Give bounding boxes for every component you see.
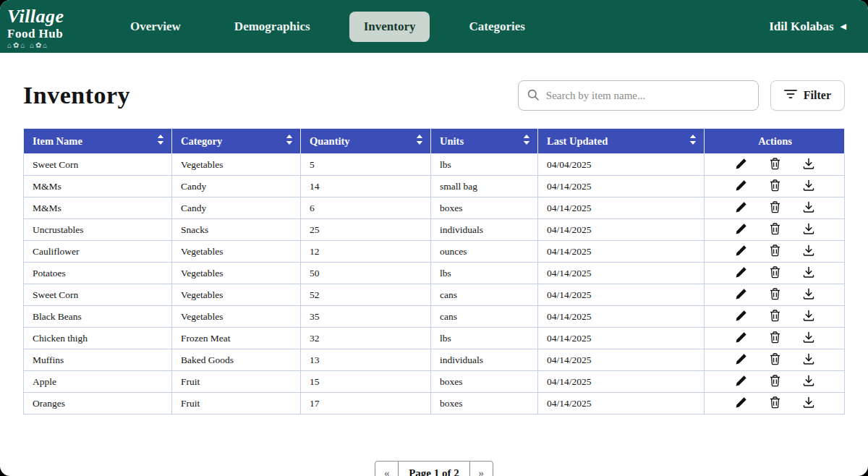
cell-actions <box>705 154 845 176</box>
cell-item: Muffins <box>24 349 172 371</box>
cell-category: Candy <box>172 197 301 219</box>
download-button[interactable] <box>801 373 816 390</box>
pagination-next-button[interactable]: » <box>469 461 493 476</box>
edit-button[interactable] <box>733 178 749 195</box>
nav-item-overview[interactable]: Overview <box>116 12 195 42</box>
download-button[interactable] <box>801 330 816 347</box>
column-header-quantity[interactable]: Quantity <box>301 129 431 154</box>
cell-quantity: 12 <box>301 241 431 263</box>
delete-button[interactable] <box>768 352 782 369</box>
download-button[interactable] <box>801 265 816 281</box>
brand-line2: Food Hub <box>7 27 98 40</box>
delete-button[interactable] <box>768 178 782 195</box>
delete-icon <box>770 288 780 302</box>
sort-icon[interactable] <box>523 135 530 148</box>
nav-items: OverviewDemographicsInventoryCategories <box>116 12 540 42</box>
filter-icon <box>784 89 797 102</box>
cell-actions <box>705 263 845 284</box>
download-button[interactable] <box>801 221 816 238</box>
delete-icon <box>770 396 780 411</box>
cell-units: ounces <box>431 241 538 263</box>
edit-button[interactable] <box>733 308 749 326</box>
download-button[interactable] <box>801 156 816 173</box>
table-row: M&MsCandy6boxes04/14/2025 <box>24 197 845 219</box>
sort-icon[interactable] <box>416 135 423 148</box>
cell-quantity: 15 <box>301 371 431 393</box>
cell-units: boxes <box>431 371 538 393</box>
edit-button[interactable] <box>733 221 749 239</box>
download-button[interactable] <box>801 243 816 260</box>
edit-button[interactable] <box>733 352 749 369</box>
delete-button[interactable] <box>768 265 782 282</box>
download-button[interactable] <box>801 395 816 412</box>
filter-button[interactable]: Filter <box>770 80 845 111</box>
user-menu[interactable]: Idil Kolabas ◀ <box>769 20 846 34</box>
edit-button[interactable] <box>733 243 749 260</box>
edit-button[interactable] <box>733 330 749 347</box>
edit-button[interactable] <box>733 395 749 412</box>
nav-item-categories[interactable]: Categories <box>454 12 539 42</box>
download-icon <box>803 375 814 388</box>
cell-item: Sweet Corn <box>24 284 172 306</box>
pagination-prev-button[interactable]: « <box>375 461 399 476</box>
delete-button[interactable] <box>768 221 782 239</box>
cell-category: Snacks <box>172 219 301 241</box>
sort-icon[interactable] <box>157 135 164 148</box>
nav-item-demographics[interactable]: Demographics <box>220 12 325 42</box>
download-button[interactable] <box>801 200 816 216</box>
cell-actions <box>705 328 845 349</box>
delete-icon <box>770 201 780 216</box>
cell-item: Apple <box>24 371 172 393</box>
cell-actions <box>705 197 845 219</box>
sort-icon[interactable] <box>286 135 293 148</box>
cell-updated: 04/14/2025 <box>538 219 705 241</box>
cell-updated: 04/14/2025 <box>538 328 705 349</box>
nav-item-inventory[interactable]: Inventory <box>349 12 430 42</box>
delete-button[interactable] <box>768 373 782 391</box>
cell-units: boxes <box>431 197 538 219</box>
edit-icon <box>735 245 747 259</box>
cell-updated: 04/14/2025 <box>538 284 705 306</box>
delete-button[interactable] <box>768 243 782 260</box>
download-button[interactable] <box>801 308 816 325</box>
cell-units: lbs <box>431 263 538 284</box>
download-icon <box>803 353 814 367</box>
delete-button[interactable] <box>768 286 782 304</box>
cell-item: M&Ms <box>24 176 172 197</box>
search-input[interactable] <box>518 80 759 111</box>
column-header-last-updated[interactable]: Last Updated <box>538 129 705 154</box>
column-header-units[interactable]: Units <box>431 129 538 154</box>
delete-button[interactable] <box>768 200 782 217</box>
edit-button[interactable] <box>733 265 749 282</box>
edit-button[interactable] <box>733 200 749 217</box>
cell-category: Baked Goods <box>172 349 301 371</box>
edit-button[interactable] <box>733 156 749 174</box>
delete-button[interactable] <box>768 330 782 347</box>
download-button[interactable] <box>801 352 816 368</box>
delete-icon <box>770 223 780 237</box>
column-header-category[interactable]: Category <box>172 129 301 154</box>
delete-button[interactable] <box>768 395 782 412</box>
sort-icon[interactable] <box>689 135 697 148</box>
cell-updated: 04/14/2025 <box>538 371 705 393</box>
brand-logo[interactable]: Village Food Hub ⌂✿⌂ ⌂✿⌂ <box>6 4 98 49</box>
cell-quantity: 5 <box>301 154 431 176</box>
delete-button[interactable] <box>768 308 782 326</box>
cell-actions <box>705 284 845 306</box>
cell-updated: 04/14/2025 <box>538 197 705 219</box>
delete-icon <box>770 353 780 367</box>
table-row: MuffinsBaked Goods13individuals04/14/202… <box>24 349 845 371</box>
table-row: Black BeansVegetables35cans04/14/2025 <box>24 306 845 328</box>
delete-icon <box>770 266 780 281</box>
cell-units: cans <box>431 306 538 328</box>
delete-button[interactable] <box>768 156 782 174</box>
cell-item: Sweet Corn <box>24 154 172 176</box>
column-header-item-name[interactable]: Item Name <box>24 129 172 154</box>
edit-button[interactable] <box>733 286 749 304</box>
cell-item: Cauliflower <box>24 241 172 263</box>
column-label: Category <box>181 135 222 148</box>
download-button[interactable] <box>801 178 816 195</box>
download-button[interactable] <box>801 286 816 303</box>
delete-icon <box>770 158 780 172</box>
edit-button[interactable] <box>733 373 749 391</box>
